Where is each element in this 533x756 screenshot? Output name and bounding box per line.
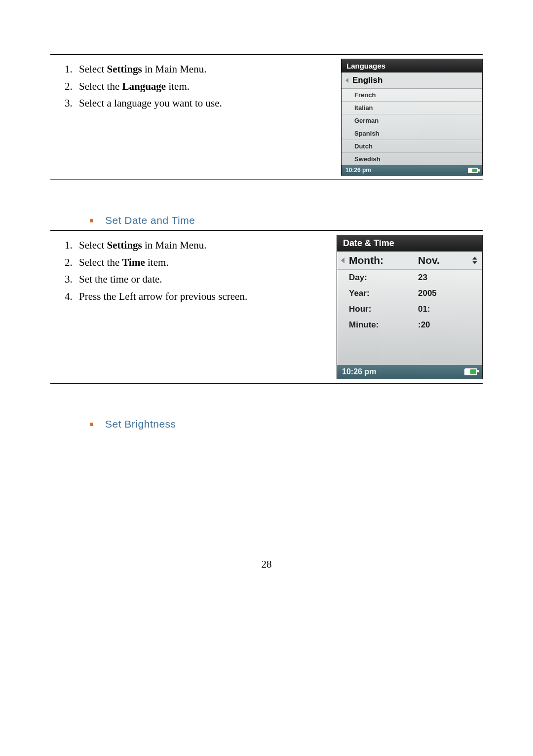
languages-device-screenshot: Languages English French Italian German … — [341, 59, 483, 176]
value-text: Nov. — [418, 254, 440, 266]
row-label: Month: — [337, 252, 414, 269]
device-title: Languages — [342, 59, 482, 72]
row-value: Nov. — [414, 252, 482, 269]
language-item[interactable]: Spanish — [342, 127, 482, 140]
section-heading-datetime: Set Date and Time — [90, 215, 483, 226]
manual-page: Select Settings in Main Menu. Select the… — [0, 0, 533, 600]
datetime-row-day[interactable]: Day: 23 — [337, 270, 482, 286]
language-steps: Select Settings in Main Menu. Select the… — [50, 59, 326, 180]
battery-icon — [464, 368, 477, 375]
status-time: 10:26 pm — [345, 167, 371, 174]
step: Select Settings in Main Menu. — [75, 61, 326, 78]
device-status-bar: 10:26 pm — [342, 165, 482, 175]
language-section: Select Settings in Main Menu. Select the… — [50, 54, 483, 180]
page-number: 28 — [50, 558, 483, 571]
row-label: Minute: — [337, 317, 414, 333]
spinner-icon[interactable] — [472, 257, 477, 264]
step-text: item. — [166, 80, 190, 92]
step-bold: Settings — [107, 239, 142, 251]
step: Press the Left arrow for previous screen… — [75, 288, 322, 305]
step-text: Press the Left arrow for previous screen… — [79, 290, 247, 302]
datetime-row-year[interactable]: Year: 2005 — [337, 286, 482, 301]
step-text: item. — [145, 256, 169, 268]
step-text: Select the — [79, 80, 122, 92]
heading-text: Set Brightness — [105, 418, 176, 430]
datetime-row-month[interactable]: Month: Nov. — [337, 252, 482, 270]
step-text: in Main Menu. — [142, 63, 207, 75]
row-value: 2005 — [414, 286, 482, 301]
step-text: Select a language you want to use. — [79, 97, 222, 109]
language-item[interactable]: Dutch — [342, 140, 482, 153]
step: Select the Time item. — [75, 254, 322, 271]
selected-language-label: English — [352, 75, 382, 85]
language-step-list: Select Settings in Main Menu. Select the… — [50, 61, 326, 112]
section-heading-brightness: Set Brightness — [90, 418, 483, 430]
heading-text: Set Date and Time — [105, 215, 195, 226]
step-bold: Language — [122, 80, 166, 92]
datetime-body: Month: Nov. Day: 23 Year: 2005 Hour: 01 — [337, 252, 482, 365]
step: Select the Language item. — [75, 78, 326, 95]
row-value: :20 — [414, 317, 482, 333]
bullet-icon — [90, 423, 93, 426]
battery-icon — [468, 168, 478, 173]
row-label: Day: — [337, 270, 414, 286]
step-bold: Settings — [107, 63, 142, 75]
device-title: Date & Time — [337, 235, 482, 252]
language-selected-item[interactable]: English — [342, 72, 482, 89]
row-label: Hour: — [337, 301, 414, 317]
datetime-step-list: Select Settings in Main Menu. Select the… — [50, 237, 322, 305]
language-item[interactable]: Italian — [342, 102, 482, 114]
step-text: in Main Menu. — [142, 239, 207, 251]
datetime-row-minute[interactable]: Minute: :20 — [337, 317, 482, 333]
row-value: 01: — [414, 301, 482, 317]
step-text: Select — [79, 63, 107, 75]
step-text: Set the time or date. — [79, 273, 162, 285]
step: Select a language you want to use. — [75, 95, 326, 112]
language-item[interactable]: French — [342, 89, 482, 102]
datetime-device-screenshot: Date & Time Month: Nov. Day: 23 Year: 20… — [337, 235, 483, 379]
step-text: Select — [79, 239, 107, 251]
language-list: French Italian German Spanish Dutch Swed… — [342, 89, 482, 165]
language-item[interactable]: German — [342, 114, 482, 127]
row-value: 23 — [414, 270, 482, 286]
datetime-steps: Select Settings in Main Menu. Select the… — [50, 235, 322, 383]
bullet-icon — [90, 219, 93, 222]
step-bold: Time — [122, 256, 145, 268]
datetime-section: Select Settings in Main Menu. Select the… — [50, 230, 483, 384]
status-time: 10:26 pm — [342, 367, 376, 376]
datetime-row-hour[interactable]: Hour: 01: — [337, 301, 482, 317]
device-status-bar: 10:26 pm — [337, 365, 482, 379]
language-item[interactable]: Swedish — [342, 153, 482, 165]
step: Set the time or date. — [75, 271, 322, 288]
step: Select Settings in Main Menu. — [75, 237, 322, 254]
step-text: Select the — [79, 256, 122, 268]
row-label: Year: — [337, 286, 414, 301]
